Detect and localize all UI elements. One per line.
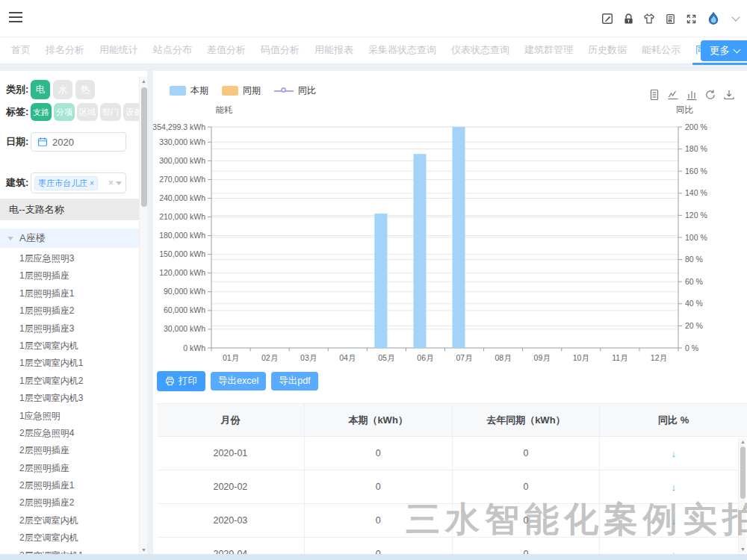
- action-buttons: 打印 导出excel 导出pdf: [157, 371, 318, 391]
- building-tag-label: 枣庄市台儿庄: [38, 178, 87, 189]
- scrollbar-thumb[interactable]: [141, 87, 147, 207]
- tree-item[interactable]: 2层空调室内机1: [0, 547, 139, 554]
- tree-item[interactable]: 1层应急照明3: [0, 250, 139, 267]
- category-button[interactable]: 热: [75, 80, 95, 99]
- export-pdf-button[interactable]: 导出pdf: [271, 372, 317, 391]
- select-clear-icon[interactable]: ×: [108, 178, 114, 188]
- legend-item[interactable]: 同比: [274, 84, 316, 97]
- tree-item[interactable]: 1层空调室内机: [0, 337, 139, 355]
- tab[interactable]: 用能报表: [314, 37, 353, 64]
- date-label: 日期:: [6, 135, 31, 149]
- trend-down-icon: ↓: [671, 515, 676, 526]
- tab[interactable]: 建筑群管理: [524, 37, 573, 64]
- table-row[interactable]: 2020-0400↓: [157, 538, 747, 554]
- tree-item[interactable]: 2层空调室内机: [0, 512, 139, 529]
- legend-item[interactable]: 本期: [170, 84, 208, 97]
- tree-item[interactable]: 1层空调室内机1: [0, 355, 139, 372]
- tree-item[interactable]: 2层照明插座: [0, 460, 139, 477]
- svg-text:能耗: 能耗: [216, 105, 233, 114]
- trend-down-icon: ↓: [671, 549, 676, 555]
- svg-text:03月: 03月: [300, 353, 317, 362]
- table-scrollbar[interactable]: ▲ ▼: [738, 438, 746, 553]
- tab[interactable]: 排名分析: [46, 37, 84, 64]
- lock-icon[interactable]: [622, 12, 635, 25]
- tag-label: 标签:: [6, 105, 31, 119]
- svg-text:0 kWh: 0 kWh: [183, 343, 205, 352]
- export-pdf-label: 导出pdf: [279, 375, 310, 388]
- tag-button[interactable]: 区域: [77, 103, 98, 121]
- export-excel-button[interactable]: 导出excel: [211, 372, 266, 391]
- tree-item[interactable]: 2层应急照明4: [0, 425, 139, 442]
- table-row[interactable]: 2020-0100↓: [157, 437, 747, 470]
- calendar-icon: [37, 137, 48, 147]
- svg-text:100 %: 100 %: [685, 233, 707, 242]
- date-input[interactable]: 2020: [31, 132, 126, 152]
- tab[interactable]: 用能统计: [99, 37, 138, 64]
- tab[interactable]: 能耗公示: [642, 37, 681, 64]
- tree-item[interactable]: 2层照明插座1: [0, 477, 139, 494]
- menu-icon[interactable]: [9, 12, 22, 23]
- tree-item[interactable]: 1层空调室内机2: [0, 373, 139, 390]
- tab[interactable]: 历史数据: [588, 37, 627, 64]
- svg-text:120,000 kWh: 120,000 kWh: [159, 268, 205, 277]
- scroll-down-icon[interactable]: ▼: [140, 547, 147, 553]
- category-buttons: 电水热: [31, 80, 98, 99]
- theme-shirt-icon[interactable]: [642, 12, 656, 25]
- tree-item[interactable]: 1层照明插座1: [0, 285, 139, 302]
- print-button[interactable]: 打印: [157, 371, 205, 391]
- scroll-up-icon[interactable]: ▲: [739, 439, 747, 444]
- tab[interactable]: 首页: [11, 37, 31, 64]
- tree-item[interactable]: 1层空调室内机3: [0, 390, 139, 407]
- tree-item[interactable]: 1层照明插座: [0, 267, 139, 284]
- month-cell: 2020-01: [157, 437, 305, 470]
- current-cell: 0: [305, 437, 453, 470]
- date-value: 2020: [52, 137, 74, 148]
- svg-text:04月: 04月: [339, 353, 356, 362]
- table-row[interactable]: 2020-0300↓: [157, 504, 747, 538]
- select-caret-icon[interactable]: [116, 181, 122, 185]
- id-card-icon[interactable]: [663, 12, 677, 25]
- app-logo[interactable]: [705, 10, 722, 27]
- category-button[interactable]: 水: [53, 80, 72, 99]
- tab-label: 用能报表: [314, 44, 353, 55]
- tag-button[interactable]: 部门: [100, 103, 121, 121]
- tree-expand-caret-icon[interactable]: [7, 237, 13, 240]
- scrollbar-thumb[interactable]: [740, 447, 746, 499]
- svg-text:330,000 kWh: 330,000 kWh: [159, 137, 205, 146]
- tab-label: 仪表状态查询: [451, 44, 509, 55]
- tag-button[interactable]: 支路: [31, 103, 52, 121]
- more-button[interactable]: 更多: [701, 40, 747, 61]
- legend-label: 本期: [190, 84, 208, 97]
- tab-label: 首页: [11, 44, 31, 55]
- tree-item[interactable]: 2层空调室内机: [0, 529, 139, 547]
- tree-item[interactable]: 1层照明插座2: [0, 302, 139, 320]
- tab[interactable]: 差值分析: [207, 37, 246, 64]
- tab[interactable]: 采集器状态查询: [368, 37, 436, 64]
- tree-item[interactable]: 2层照明插座2: [0, 494, 139, 511]
- tree-item[interactable]: 1应急照明: [0, 408, 139, 425]
- svg-text:354,299.3 kWh: 354,299.3 kWh: [153, 122, 205, 131]
- edit-note-icon[interactable]: [601, 12, 614, 25]
- tab-label: 码值分析: [261, 44, 300, 55]
- tree-item[interactable]: 2层照明插座: [0, 442, 139, 459]
- tab[interactable]: 站点分布: [153, 37, 192, 64]
- table-header-row: 月份本期（kWh）去年同期（kWh）同比 %: [157, 403, 747, 437]
- legend-item[interactable]: 同期: [222, 84, 261, 97]
- scroll-up-icon[interactable]: ▲: [140, 78, 147, 84]
- tree-root-node[interactable]: A座楼: [0, 228, 139, 248]
- tab[interactable]: 码值分析: [261, 37, 300, 64]
- legend-line-swatch: [274, 90, 294, 92]
- user-chevron-icon[interactable]: [729, 12, 743, 25]
- svg-text:270,000 kWh: 270,000 kWh: [159, 175, 205, 184]
- tab[interactable]: 仪表状态查询: [451, 37, 509, 64]
- trend-down-icon: ↓: [671, 448, 676, 459]
- category-button[interactable]: 电: [31, 80, 50, 99]
- building-select[interactable]: 枣庄市台儿庄 × ×: [31, 172, 126, 193]
- tag-button[interactable]: 分项: [54, 103, 75, 121]
- table-row[interactable]: 2020-0200↓: [157, 470, 747, 504]
- fullscreen-icon[interactable]: [684, 12, 698, 25]
- tag-close-icon[interactable]: ×: [90, 179, 94, 187]
- tree-item[interactable]: 1层照明插座3: [0, 320, 139, 337]
- sidebar-scrollbar[interactable]: ▲ ▼: [139, 77, 147, 554]
- scroll-down-icon[interactable]: ▼: [739, 547, 747, 552]
